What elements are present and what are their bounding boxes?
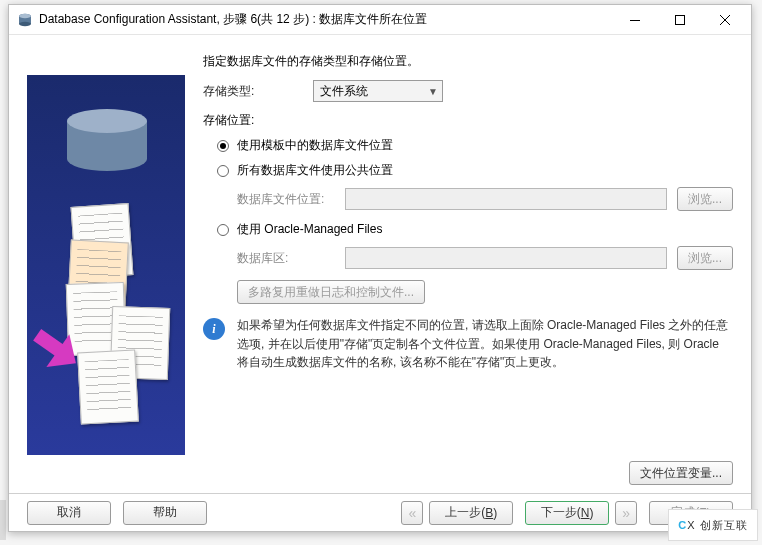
watermark: CX 创新互联 — [668, 509, 758, 541]
close-button[interactable] — [702, 6, 747, 34]
option-common-row[interactable]: 所有数据库文件使用公共位置 — [217, 162, 733, 179]
option-omf-label: 使用 Oracle-Managed Files — [237, 221, 382, 238]
back-button[interactable]: 上一步(B) — [429, 501, 513, 525]
svg-point-2 — [19, 21, 31, 25]
dialog-window: Database Configuration Assistant, 步骤 6(共… — [8, 4, 752, 532]
first-step-button: « — [401, 501, 423, 525]
db-file-location-label: 数据库文件位置: — [237, 191, 345, 208]
option-template-label: 使用模板中的数据库文件位置 — [237, 137, 393, 154]
db-area-input — [345, 247, 667, 269]
radio-common[interactable] — [217, 165, 229, 177]
option-template-row[interactable]: 使用模板中的数据库文件位置 — [217, 137, 733, 154]
radio-template[interactable] — [217, 140, 229, 152]
option-common-label: 所有数据库文件使用公共位置 — [237, 162, 393, 179]
info-text: 如果希望为任何数据库文件指定不同的位置, 请选取上面除 Oracle-Manag… — [237, 316, 733, 372]
button-bar: 取消 帮助 « 上一步(B) 下一步(N) » 完成(F) — [9, 493, 751, 531]
maximize-button[interactable] — [657, 6, 702, 34]
window-title: Database Configuration Assistant, 步骤 6(共… — [39, 11, 612, 28]
option-omf-row[interactable]: 使用 Oracle-Managed Files — [217, 221, 733, 238]
app-icon — [17, 12, 33, 28]
browse-db-area-button[interactable]: 浏览... — [677, 246, 733, 270]
db-file-location-input — [345, 188, 667, 210]
next-button[interactable]: 下一步(N) — [525, 501, 609, 525]
svg-point-3 — [19, 13, 31, 17]
svg-rect-4 — [630, 20, 640, 21]
storage-type-value: 文件系统 — [320, 83, 368, 100]
svg-rect-5 — [675, 15, 684, 24]
multiplex-button[interactable]: 多路复用重做日志和控制文件... — [237, 280, 425, 304]
cancel-button[interactable]: 取消 — [27, 501, 111, 525]
content-area: 指定数据库文件的存储类型和存储位置。 存储类型: 文件系统 ▼ 存储位置: 使用… — [9, 35, 751, 493]
storage-location-label: 存储位置: — [203, 112, 733, 129]
storage-type-label: 存储类型: — [203, 83, 313, 100]
storage-type-select[interactable]: 文件系统 ▼ — [313, 80, 443, 102]
db-area-label: 数据库区: — [237, 250, 345, 267]
form-panel: 指定数据库文件的存储类型和存储位置。 存储类型: 文件系统 ▼ 存储位置: 使用… — [185, 49, 733, 493]
minimize-button[interactable] — [612, 6, 657, 34]
browse-db-file-button[interactable]: 浏览... — [677, 187, 733, 211]
background-strip — [0, 500, 6, 540]
wizard-illustration — [27, 75, 185, 455]
file-location-variables-button[interactable]: 文件位置变量... — [629, 461, 733, 485]
titlebar[interactable]: Database Configuration Assistant, 步骤 6(共… — [9, 5, 751, 35]
last-step-button: » — [615, 501, 637, 525]
radio-omf[interactable] — [217, 224, 229, 236]
help-button[interactable]: 帮助 — [123, 501, 207, 525]
info-icon: i — [203, 318, 225, 340]
intro-text: 指定数据库文件的存储类型和存储位置。 — [203, 53, 733, 70]
chevron-down-icon: ▼ — [428, 86, 438, 97]
